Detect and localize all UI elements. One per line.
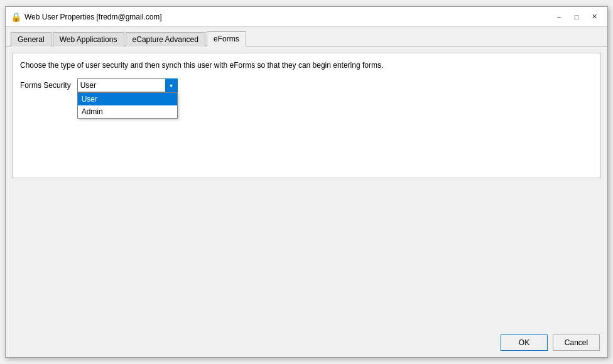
select-wrapper: User Admin ▾ User Admin [77, 78, 178, 92]
instruction-text: Choose the type of user security and the… [20, 61, 593, 70]
footer: OK Cancel [6, 328, 607, 357]
tab-general[interactable]: General [11, 32, 52, 46]
cancel-button[interactable]: Cancel [553, 335, 600, 351]
tab-ecapture-advanced[interactable]: eCapture Advanced [126, 32, 205, 46]
main-window: 🔒 Web User Properties [fredm@gmail.com] … [5, 6, 608, 358]
title-bar-buttons: − □ ✕ [551, 10, 602, 24]
form-row: Forms Security User Admin ▾ User Admin [20, 78, 593, 92]
content-area: Choose the type of user security and the… [6, 46, 607, 328]
content-panel: Choose the type of user security and the… [12, 53, 601, 178]
tab-eforms[interactable]: eForms [207, 31, 246, 46]
window-title: Web User Properties [fredm@gmail.com] [24, 13, 551, 21]
tab-bar: General Web Applications eCapture Advanc… [6, 27, 607, 46]
dropdown-item-user[interactable]: User [78, 93, 177, 105]
title-bar: 🔒 Web User Properties [fredm@gmail.com] … [6, 7, 607, 27]
dropdown-item-admin[interactable]: Admin [78, 105, 177, 118]
forms-security-label: Forms Security [20, 78, 71, 92]
window-icon: 🔒 [11, 12, 21, 22]
tab-web-applications[interactable]: Web Applications [53, 32, 124, 46]
dropdown-popup: User Admin [77, 92, 178, 119]
forms-security-select[interactable]: User Admin [77, 78, 178, 92]
close-button[interactable]: ✕ [586, 10, 602, 24]
ok-button[interactable]: OK [501, 335, 548, 351]
minimize-button[interactable]: − [551, 10, 567, 24]
maximize-button[interactable]: □ [568, 10, 585, 24]
